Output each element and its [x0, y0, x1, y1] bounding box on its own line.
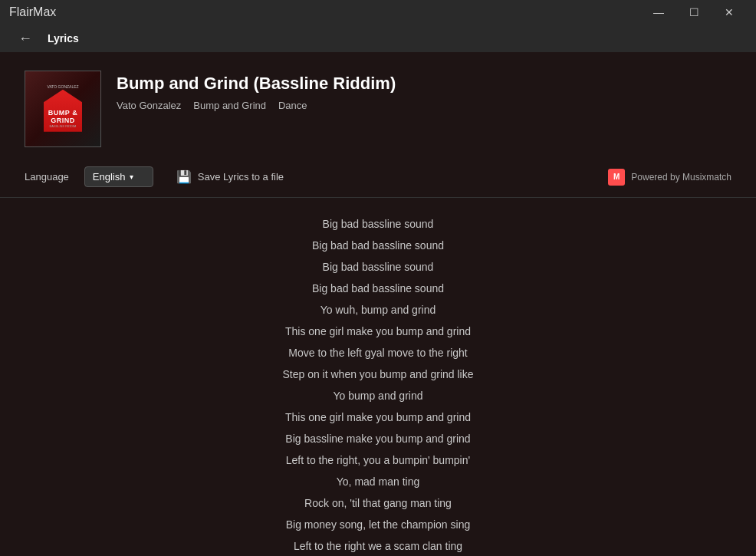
back-button[interactable]: ←: [12, 28, 38, 50]
song-meta: Vato Gonzalez Bump and Grind Dance: [117, 100, 396, 111]
art-artist-text: VATO GONZALEZ: [47, 84, 78, 90]
language-value: English: [93, 171, 126, 183]
musixmatch-logo: M: [608, 169, 625, 186]
save-lyrics-button[interactable]: 💾 Save Lyrics to a file: [169, 166, 291, 188]
lyric-line: Yo, mad man ting: [25, 471, 731, 492]
song-genre: Dance: [278, 100, 307, 111]
language-dropdown[interactable]: English ▾: [84, 166, 153, 187]
lyric-line: Move to the left gyal move to the right: [25, 342, 731, 364]
lyric-line: Left to the right, you a bumpin' bumpin': [25, 449, 731, 471]
titlebar-left: FlairMax: [9, 5, 56, 19]
lyric-line: Yo bump and grind: [25, 385, 731, 406]
song-album: Bump and Grind: [193, 100, 266, 111]
album-art: VATO GONZALEZ BUMP & GRIND BASSLINE RIDD…: [25, 71, 101, 147]
lyric-line: Rock on, 'til that gang man ting: [25, 492, 731, 514]
art-title-text: BUMP & GRIND: [44, 109, 82, 124]
chevron-down-icon: ▾: [130, 173, 133, 181]
art-subtitle-text: BASSLINE RIDDIM: [50, 124, 77, 129]
lyric-line: Big bad bassline sound: [25, 213, 731, 235]
save-icon: 💾: [176, 169, 192, 184]
language-label: Language: [25, 171, 69, 183]
minimize-button[interactable]: —: [641, 0, 676, 25]
song-header: VATO GONZALEZ BUMP & GRIND BASSLINE RIDD…: [0, 52, 756, 160]
art-shape: BUMP & GRIND BASSLINE RIDDIM: [44, 90, 82, 132]
lyric-line: This one girl make you bump and grind: [25, 321, 731, 342]
lyrics-area: Big bad bassline soundBig bad bad bassli…: [0, 198, 756, 556]
lyric-line: Left to the right we a scam clan ting: [25, 535, 731, 556]
lyric-line: Yo wuh, bump and grind: [25, 299, 731, 321]
title-bar: FlairMax — ☐ ✕: [0, 0, 756, 25]
app-name-label: FlairMax: [9, 5, 56, 19]
song-info: Bump and Grind (Bassline Riddim) Vato Go…: [117, 71, 396, 111]
window-controls: — ☐ ✕: [641, 0, 747, 25]
album-art-inner: VATO GONZALEZ BUMP & GRIND BASSLINE RIDD…: [25, 71, 100, 146]
controls-bar: Language English ▾ 💾 Save Lyrics to a fi…: [0, 160, 756, 198]
lyrics-container: Big bad bassline soundBig bad bad bassli…: [25, 213, 731, 556]
song-title: Bump and Grind (Bassline Riddim): [117, 74, 396, 94]
close-button[interactable]: ✕: [712, 0, 747, 25]
save-label: Save Lyrics to a file: [198, 171, 284, 183]
musixmatch-badge: M Powered by Musixmatch: [608, 169, 731, 186]
lyric-line: This one girl make you bump and grind: [25, 406, 731, 428]
page-title: Lyrics: [48, 32, 79, 44]
lyric-line: Big bassline make you bump and grind: [25, 428, 731, 449]
song-artist: Vato Gonzalez: [117, 100, 181, 111]
lyric-line: Big bad bad bassline sound: [25, 235, 731, 256]
lyric-line: Big bad bassline sound: [25, 256, 731, 278]
nav-bar: ← Lyrics: [0, 25, 756, 52]
lyric-line: Step on it when you bump and grind like: [25, 364, 731, 385]
lyric-line: Big money song, let the champion sing: [25, 514, 731, 535]
main-content: VATO GONZALEZ BUMP & GRIND BASSLINE RIDD…: [0, 52, 756, 556]
lyric-line: Big bad bad bassline sound: [25, 278, 731, 299]
maximize-button[interactable]: ☐: [676, 0, 712, 25]
powered-by-text: Powered by Musixmatch: [631, 172, 731, 183]
